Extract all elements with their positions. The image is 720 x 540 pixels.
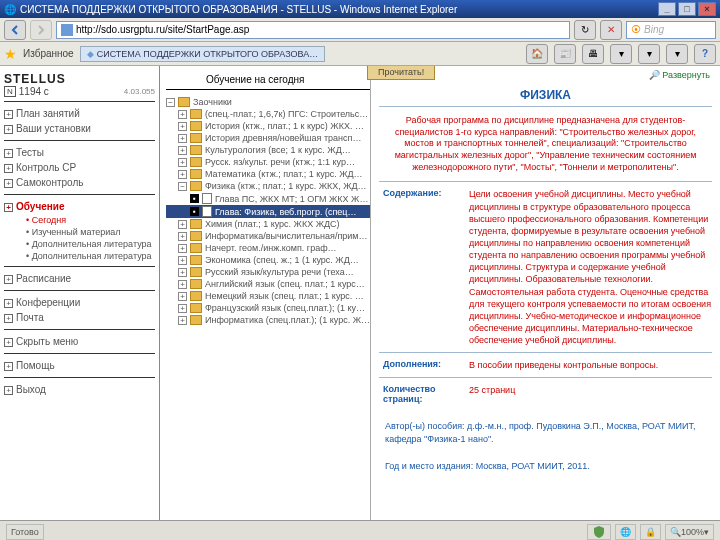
tree-item[interactable]: +История (ктж., плат.; 1 к курс) ЖКХ. ЖД… (166, 120, 370, 132)
nav-conf[interactable]: Конференции (4, 295, 155, 310)
status-shield (587, 524, 611, 540)
folder-icon (190, 231, 202, 241)
nav-learning[interactable]: Обучение (4, 199, 155, 214)
tree-item[interactable]: +История древняя/новейшая трансп… (166, 132, 370, 144)
home-button[interactable]: 🏠 (526, 44, 548, 64)
doc-icon (202, 206, 212, 217)
status-bar: Готово 🌐 🔒 🔍 100% ▾ (0, 520, 720, 540)
status-internet: 🌐 (615, 524, 636, 540)
detail-row-pages: Количество страниц:25 страниц (379, 377, 712, 410)
tree-heading: Обучение на сегодня (166, 74, 370, 85)
nav-help[interactable]: Помощь (4, 358, 155, 373)
tree-root[interactable]: −Заочники (166, 96, 370, 108)
window-title: СИСТЕМА ПОДДЕРЖКИ ОТКРЫТОГО ОБРАЗОВАНИЯ … (20, 4, 457, 15)
main-area: STELLUS N1194 с4.03.055 План занятий Ваш… (0, 66, 720, 520)
app-title: STELLUS (4, 72, 155, 86)
tab-label: СИСТЕМА ПОДДЕРЖКИ ОТКРЫТОГО ОБРАЗОВА… (97, 49, 318, 59)
refresh-button[interactable]: ↻ (574, 20, 596, 40)
tree-item[interactable]: +Информатика/вычислительная/прим… (166, 230, 370, 242)
folder-icon (190, 291, 202, 301)
nav-tests[interactable]: Тесты (4, 145, 155, 160)
row-key: Дополнения: (379, 359, 469, 371)
tree-item[interactable]: +Информатика (спец.плат.); (1 курс. ЖД… (166, 314, 370, 326)
detail-panel: Прочитать! 🔎 Развернуть ФИЗИКА Рабочая п… (370, 66, 720, 520)
doc-icon (202, 193, 212, 204)
read-button[interactable]: Прочитать! (367, 66, 435, 80)
folder-icon (190, 109, 202, 119)
page-menu-button[interactable]: ▾ (610, 44, 632, 64)
folder-icon (190, 279, 202, 289)
minimize-button[interactable]: _ (658, 2, 676, 16)
favorites-star-icon[interactable]: ★ (4, 46, 17, 62)
nav-extra2[interactable]: • Дополнительная литература (4, 250, 155, 262)
status-zoom[interactable]: 🔍 100% ▾ (665, 524, 714, 540)
row-key: Содержание: (379, 188, 469, 346)
folder-icon (190, 169, 202, 179)
nav-today[interactable]: • Сегодня (4, 214, 155, 226)
favorites-label[interactable]: Избранное (23, 48, 74, 59)
tree-subitem-active[interactable]: ▪Глава: Физика, веб.прогр. (спец… (166, 205, 370, 218)
app-id: 1194 с (19, 86, 49, 97)
nav-plan[interactable]: План занятий (4, 106, 155, 121)
folder-icon (190, 181, 202, 191)
row-value: 25 страниц (469, 384, 712, 404)
folder-icon (190, 267, 202, 277)
nav-extra1[interactable]: • Дополнительная литература (4, 238, 155, 250)
maximize-button[interactable]: □ (678, 2, 696, 16)
detail-publication: Год и место издания: Москва, РОАТ МИИТ, … (379, 456, 712, 477)
safety-button[interactable]: ▾ (638, 44, 660, 64)
app-version: 4.03.055 (124, 87, 155, 96)
row-value: В пособии приведены контрольные вопросы. (469, 359, 712, 371)
page-icon (61, 24, 73, 36)
stop-button[interactable]: ✕ (600, 20, 622, 40)
nav-studied[interactable]: • Изученный материал (4, 226, 155, 238)
left-sidebar: STELLUS N1194 с4.03.055 План занятий Ваш… (0, 66, 160, 520)
folder-icon (190, 303, 202, 313)
tree-item[interactable]: +Немецкий язык (спец. плат.; 1 курс. Ж… (166, 290, 370, 302)
browser-tab[interactable]: ◆СИСТЕМА ПОДДЕРЖКИ ОТКРЫТОГО ОБРАЗОВА… (80, 46, 325, 62)
browser-toolbar: ★ Избранное ◆СИСТЕМА ПОДДЕРЖКИ ОТКРЫТОГО… (0, 42, 720, 66)
tree-item[interactable]: +(спец.-плат.; 1,6,7к) ПГС: Строительств… (166, 108, 370, 120)
tree-item[interactable]: +Французский язык (спец.плат.); (1 ку… (166, 302, 370, 314)
tree-subitem[interactable]: ▪Глава ПС, ЖКХ МТ; 1 ОГМ ЖКХ ЖДС (166, 192, 370, 205)
detail-row-additions: Дополнения:В пособии приведены контрольн… (379, 352, 712, 377)
folder-icon (190, 145, 202, 155)
status-protected: 🔒 (640, 524, 661, 540)
tree-item[interactable]: +Химия (плат.; 1 курс. ЖКХ ЖДС) (166, 218, 370, 230)
tools-button[interactable]: ▾ (666, 44, 688, 64)
nav-exit[interactable]: Выход (4, 382, 155, 397)
nav-selfcontrol[interactable]: Самоконтроль (4, 175, 155, 190)
nav-hide[interactable]: Скрыть меню (4, 334, 155, 349)
folder-icon (190, 255, 202, 265)
nav-control[interactable]: Контроль СР (4, 160, 155, 175)
feeds-button[interactable]: 📰 (554, 44, 576, 64)
back-button[interactable] (4, 20, 26, 40)
url-field[interactable]: http://sdo.usrgptu.ru/site/StartPage.asp (56, 21, 570, 39)
nav-mail[interactable]: Почта (4, 310, 155, 325)
forward-button[interactable] (30, 20, 52, 40)
folder-icon (190, 157, 202, 167)
folder-icon (178, 97, 190, 107)
nav-settings[interactable]: Ваши установки (4, 121, 155, 136)
tree-item-physics[interactable]: −Физика (ктж.; плат.; 1 курс. ЖКХ, ЖД… (166, 180, 370, 192)
tab-icon: ◆ (87, 49, 94, 59)
course-tree: Обучение на сегодня −Заочники +(спец.-пл… (160, 66, 370, 520)
row-value: Цели освоения учебной дисциплины. Место … (469, 188, 712, 346)
row-key: Количество страниц: (379, 384, 469, 404)
tree-item[interactable]: +Начерт. геом./инж.комп. граф… (166, 242, 370, 254)
tree-item[interactable]: +Культурология (все; 1 к курс. ЖД… (166, 144, 370, 156)
tree-item[interactable]: +Экономика (спец. ж.; 1 (1 курс. ЖД… (166, 254, 370, 266)
status-done: Готово (6, 524, 44, 540)
help-button[interactable]: ? (694, 44, 716, 64)
tree-item[interactable]: +Математика (ктж.; плат.; 1 курс. ЖД… (166, 168, 370, 180)
search-field[interactable]: ⦿Bing (626, 21, 716, 39)
nav-schedule[interactable]: Расписание (4, 271, 155, 286)
tree-item[interactable]: +Русский язык/культура речи (теха… (166, 266, 370, 278)
print-button[interactable]: 🖶 (582, 44, 604, 64)
tree-item[interactable]: +Русск. яз/культ. речи (ктж.; 1:1 кур… (166, 156, 370, 168)
id-box-icon: N (4, 86, 16, 97)
close-button[interactable]: × (698, 2, 716, 16)
search-placeholder: Bing (644, 24, 664, 35)
expand-link[interactable]: 🔎 Развернуть (649, 70, 710, 80)
tree-item[interactable]: +Английский язык (спец. плат.; 1 курс… (166, 278, 370, 290)
